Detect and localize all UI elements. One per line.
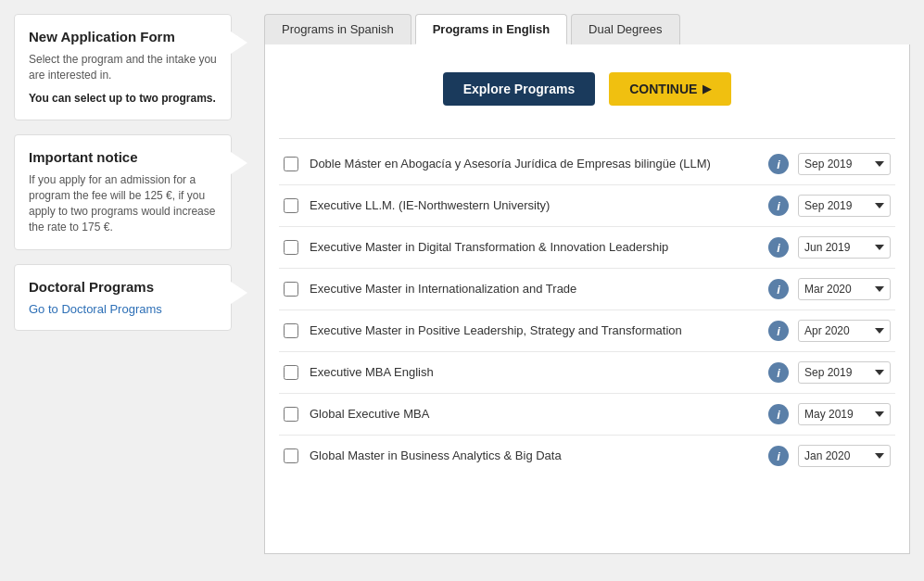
new-application-description: Select the program and the intake you ar… [29, 52, 217, 83]
program-checkbox[interactable] [284, 407, 298, 422]
doctoral-link[interactable]: Go to Doctoral Programs [29, 302, 162, 316]
program-row: Doble Máster en Abogacía y Asesoría Jurí… [279, 144, 895, 185]
program-checkbox[interactable] [284, 365, 298, 380]
continue-button[interactable]: CONTINUE ▶ [609, 72, 731, 106]
important-notice-title: Important notice [29, 149, 217, 165]
date-select[interactable]: Jun 2019 [798, 236, 891, 259]
info-icon[interactable]: i [768, 446, 789, 466]
new-application-notice: You can select up to two programs. [29, 91, 217, 107]
program-name: Doble Máster en Abogacía y Asesoría Jurí… [310, 156, 759, 172]
info-icon[interactable]: i [768, 196, 789, 216]
date-select[interactable]: Jan 2020 [798, 445, 891, 467]
program-row: Executive LL.M. (IE-Northwestern Univers… [279, 185, 895, 227]
doctoral-title: Doctoral Programs [29, 279, 217, 295]
doctoral-programs-card: Doctoral Programs Go to Doctoral Program… [14, 264, 232, 331]
important-notice-card: Important notice If you apply for an adm… [14, 134, 232, 249]
program-row: Global Executive MBAiMay 2019 [279, 394, 895, 436]
important-notice-description: If you apply for an admission for a prog… [29, 172, 217, 234]
new-application-title: New Application Form [29, 29, 217, 44]
tab-bar: Programs in Spanish Programs in English … [264, 14, 910, 44]
program-checkbox[interactable] [284, 157, 298, 171]
new-application-card: New Application Form Select the program … [14, 14, 232, 120]
info-icon[interactable]: i [768, 237, 789, 258]
program-checkbox[interactable] [284, 282, 298, 297]
explore-programs-button[interactable]: Explore Programs [443, 72, 596, 106]
main-content: Programs in Spanish Programs in English … [246, 0, 924, 581]
program-row: Global Master in Business Analytics & Bi… [279, 436, 895, 476]
program-row: Executive Master in Digital Transformati… [279, 227, 895, 269]
info-icon[interactable]: i [768, 362, 789, 383]
divider [279, 138, 895, 139]
program-checkbox[interactable] [284, 448, 298, 463]
tab-programs-english[interactable]: Programs in English [415, 14, 567, 44]
program-name: Global Master in Business Analytics & Bi… [310, 448, 759, 464]
program-row: Executive Master in Internationalization… [279, 269, 895, 310]
tab-programs-spanish[interactable]: Programs in Spanish [264, 14, 411, 44]
date-select[interactable]: Mar 2020 [798, 278, 891, 300]
date-select[interactable]: Apr 2020 [798, 320, 891, 342]
program-checkbox[interactable] [284, 323, 298, 338]
info-icon[interactable]: i [768, 279, 789, 299]
info-icon[interactable]: i [768, 321, 789, 341]
program-name: Executive LL.M. (IE-Northwestern Univers… [310, 197, 759, 214]
date-select[interactable]: Sep 2019 [798, 195, 891, 217]
date-select[interactable]: Sep 2019 [798, 361, 891, 384]
program-name: Executive Master in Positive Leadership,… [310, 322, 759, 339]
continue-arrow-icon: ▶ [702, 82, 711, 95]
programs-list: Doble Máster en Abogacía y Asesoría Jurí… [279, 144, 895, 476]
program-checkbox[interactable] [284, 240, 298, 255]
program-name: Executive Master in Digital Transformati… [310, 239, 759, 256]
program-name: Executive MBA English [310, 364, 759, 381]
info-icon[interactable]: i [768, 404, 789, 424]
program-name: Executive Master in Internationalization… [310, 281, 759, 297]
program-checkbox[interactable] [284, 198, 298, 213]
action-row: Explore Programs CONTINUE ▶ [279, 63, 895, 115]
program-row: Executive Master in Positive Leadership,… [279, 310, 895, 352]
date-select[interactable]: Sep 2019 [798, 153, 891, 175]
program-name: Global Executive MBA [310, 406, 759, 423]
content-area: Explore Programs CONTINUE ▶ Doble Máster… [264, 44, 910, 554]
program-row: Executive MBA EnglishiSep 2019 [279, 352, 895, 394]
tab-dual-degrees[interactable]: Dual Degrees [571, 14, 680, 44]
date-select[interactable]: May 2019 [798, 403, 891, 425]
sidebar: New Application Form Select the program … [0, 0, 246, 581]
info-icon[interactable]: i [768, 154, 789, 174]
